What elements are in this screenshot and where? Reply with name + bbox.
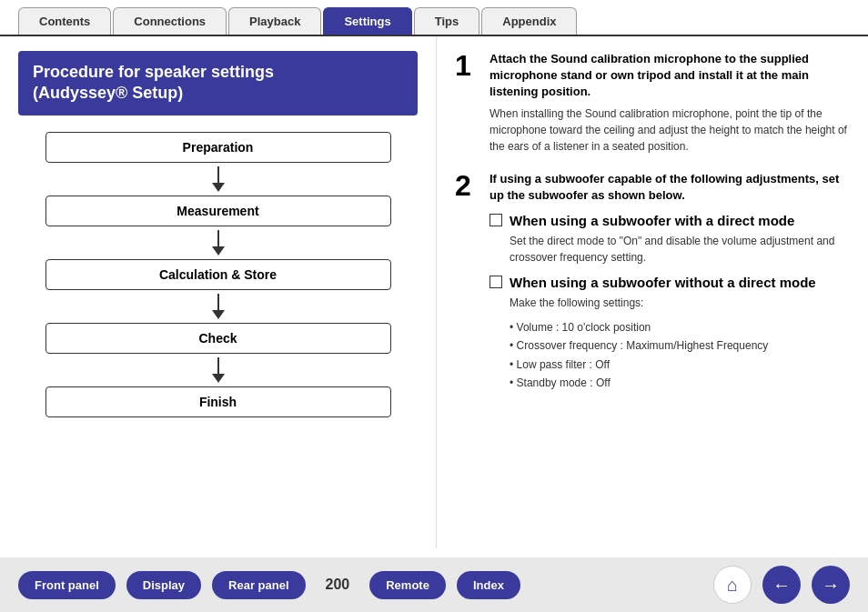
arrow-line: [217, 230, 219, 246]
flow-step-finish: Finish: [45, 386, 391, 417]
bullet-standby: Standby mode : Off: [510, 374, 850, 392]
tab-contents[interactable]: Contents: [18, 7, 111, 35]
bullet-volume: Volume : 10 o'clock position: [510, 318, 850, 336]
flow-arrow-4: [212, 357, 225, 383]
flow-arrow-1: [212, 166, 225, 192]
tab-navigation: Contents Connections Playback Settings T…: [0, 0, 868, 36]
sub-intro: Make the following settings:: [510, 295, 850, 311]
flow-step-check: Check: [45, 323, 391, 354]
tab-tips[interactable]: Tips: [414, 7, 480, 35]
tab-appendix[interactable]: Appendix: [481, 7, 577, 35]
arrow-head: [212, 310, 225, 319]
step-1-number: 1: [455, 51, 480, 155]
sub-heading-direct: When using a subwoofer with a direct mod…: [490, 213, 850, 228]
page-number: 200: [326, 577, 350, 593]
home-button[interactable]: ⌂: [713, 566, 752, 604]
section-title: Procedure for speaker settings (Audyssey…: [18, 51, 418, 115]
arrow-line: [217, 294, 219, 310]
index-button[interactable]: Index: [457, 571, 520, 599]
flow-arrow-2: [212, 230, 225, 256]
step-2-content: If using a subwoofer capable of the foll…: [490, 171, 850, 393]
step-1-title: Attach the Sound calibration microphone …: [490, 51, 850, 101]
sub-section-no-direct-mode: When using a subwoofer without a direct …: [490, 275, 850, 393]
bottom-bar: Front panel Display Rear panel 200 Remot…: [0, 557, 868, 612]
checkbox-icon-2: [490, 276, 502, 288]
arrow-head: [212, 374, 225, 383]
bullet-lowpass: Low pass filter : Off: [510, 356, 850, 374]
arrow-line: [217, 166, 219, 183]
step-1-content: Attach the Sound calibration microphone …: [490, 51, 850, 155]
step-2-title: If using a subwoofer capable of the foll…: [490, 171, 850, 204]
remote-button[interactable]: Remote: [369, 571, 446, 599]
bullet-crossover: Crossover frequency : Maximum/Highest Fr…: [510, 336, 850, 355]
back-button[interactable]: ←: [762, 566, 801, 604]
sub-heading-no-direct: When using a subwoofer without a direct …: [490, 275, 850, 290]
flow-step-measurement: Measurement: [45, 196, 391, 226]
front-panel-button[interactable]: Front panel: [18, 571, 116, 599]
tab-settings[interactable]: Settings: [323, 7, 411, 35]
step-2: 2 If using a subwoofer capable of the fo…: [455, 171, 850, 393]
step-1: 1 Attach the Sound calibration microphon…: [455, 51, 850, 155]
step-1-desc: When installing the Sound calibration mi…: [490, 105, 850, 155]
step-2-number: 2: [455, 171, 480, 393]
flow-arrow-3: [212, 294, 225, 319]
arrow-head: [212, 246, 225, 256]
forward-button[interactable]: →: [812, 566, 850, 604]
arrow-head: [212, 183, 225, 192]
flow-step-preparation: Preparation: [45, 132, 391, 163]
main-content: Procedure for speaker settings (Audyssey…: [0, 36, 868, 548]
flowchart: Preparation Measurement Calculation & St…: [18, 132, 418, 417]
arrow-line: [217, 357, 219, 374]
tab-connections[interactable]: Connections: [113, 7, 227, 35]
display-button[interactable]: Display: [126, 571, 201, 599]
tab-playback[interactable]: Playback: [228, 7, 321, 35]
sub-section-direct-mode: When using a subwoofer with a direct mod…: [490, 213, 850, 266]
left-panel: Procedure for speaker settings (Audyssey…: [0, 36, 437, 548]
flow-step-calculation: Calculation & Store: [45, 259, 391, 290]
sub-desc-direct: Set the direct mode to "On" and disable …: [510, 233, 850, 266]
rear-panel-button[interactable]: Rear panel: [212, 571, 305, 599]
checkbox-icon: [490, 214, 502, 226]
right-panel: 1 Attach the Sound calibration microphon…: [437, 36, 868, 548]
bullet-list: Volume : 10 o'clock position Crossover f…: [510, 318, 850, 393]
